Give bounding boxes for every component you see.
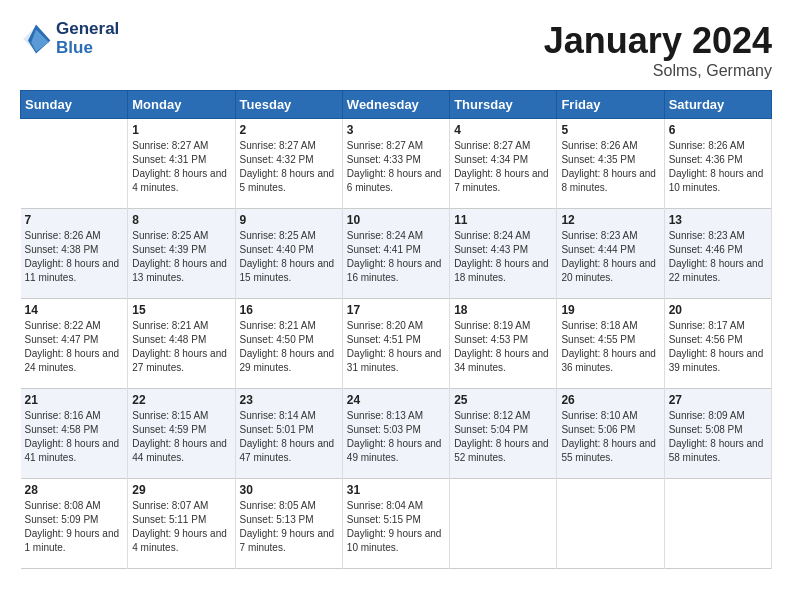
calendar-cell: 23Sunrise: 8:14 AMSunset: 5:01 PMDayligh…: [235, 389, 342, 479]
calendar-cell: 26Sunrise: 8:10 AMSunset: 5:06 PMDayligh…: [557, 389, 664, 479]
day-number: 23: [240, 393, 338, 407]
day-number: 29: [132, 483, 230, 497]
calendar-cell: 19Sunrise: 8:18 AMSunset: 4:55 PMDayligh…: [557, 299, 664, 389]
day-number: 27: [669, 393, 767, 407]
weekday-header: Tuesday: [235, 91, 342, 119]
day-number: 4: [454, 123, 552, 137]
day-number: 15: [132, 303, 230, 317]
day-info: Sunrise: 8:23 AMSunset: 4:46 PMDaylight:…: [669, 229, 767, 285]
day-number: 16: [240, 303, 338, 317]
day-info: Sunrise: 8:16 AMSunset: 4:58 PMDaylight:…: [25, 409, 124, 465]
logo: General Blue: [20, 20, 119, 57]
day-number: 30: [240, 483, 338, 497]
calendar-cell: [664, 479, 771, 569]
weekday-header: Thursday: [450, 91, 557, 119]
calendar-cell: 4Sunrise: 8:27 AMSunset: 4:34 PMDaylight…: [450, 119, 557, 209]
calendar-cell: 21Sunrise: 8:16 AMSunset: 4:58 PMDayligh…: [21, 389, 128, 479]
calendar-cell: 5Sunrise: 8:26 AMSunset: 4:35 PMDaylight…: [557, 119, 664, 209]
day-number: 9: [240, 213, 338, 227]
location-subtitle: Solms, Germany: [544, 62, 772, 80]
day-number: 6: [669, 123, 767, 137]
calendar-cell: 12Sunrise: 8:23 AMSunset: 4:44 PMDayligh…: [557, 209, 664, 299]
day-info: Sunrise: 8:07 AMSunset: 5:11 PMDaylight:…: [132, 499, 230, 555]
weekday-header: Friday: [557, 91, 664, 119]
day-info: Sunrise: 8:24 AMSunset: 4:43 PMDaylight:…: [454, 229, 552, 285]
day-info: Sunrise: 8:13 AMSunset: 5:03 PMDaylight:…: [347, 409, 445, 465]
calendar-cell: 7Sunrise: 8:26 AMSunset: 4:38 PMDaylight…: [21, 209, 128, 299]
day-info: Sunrise: 8:27 AMSunset: 4:31 PMDaylight:…: [132, 139, 230, 195]
weekday-header: Sunday: [21, 91, 128, 119]
calendar-cell: 18Sunrise: 8:19 AMSunset: 4:53 PMDayligh…: [450, 299, 557, 389]
day-number: 12: [561, 213, 659, 227]
day-info: Sunrise: 8:27 AMSunset: 4:34 PMDaylight:…: [454, 139, 552, 195]
day-info: Sunrise: 8:21 AMSunset: 4:48 PMDaylight:…: [132, 319, 230, 375]
title-area: January 2024 Solms, Germany: [544, 20, 772, 80]
day-number: 25: [454, 393, 552, 407]
day-info: Sunrise: 8:04 AMSunset: 5:15 PMDaylight:…: [347, 499, 445, 555]
day-info: Sunrise: 8:17 AMSunset: 4:56 PMDaylight:…: [669, 319, 767, 375]
calendar-cell: 30Sunrise: 8:05 AMSunset: 5:13 PMDayligh…: [235, 479, 342, 569]
calendar-cell: 8Sunrise: 8:25 AMSunset: 4:39 PMDaylight…: [128, 209, 235, 299]
page-header: General Blue January 2024 Solms, Germany: [20, 20, 772, 80]
day-number: 26: [561, 393, 659, 407]
calendar-cell: 28Sunrise: 8:08 AMSunset: 5:09 PMDayligh…: [21, 479, 128, 569]
calendar-cell: 13Sunrise: 8:23 AMSunset: 4:46 PMDayligh…: [664, 209, 771, 299]
day-number: 28: [25, 483, 124, 497]
calendar-header: SundayMondayTuesdayWednesdayThursdayFrid…: [21, 91, 772, 119]
calendar-cell: 22Sunrise: 8:15 AMSunset: 4:59 PMDayligh…: [128, 389, 235, 479]
day-number: 5: [561, 123, 659, 137]
calendar-cell: 2Sunrise: 8:27 AMSunset: 4:32 PMDaylight…: [235, 119, 342, 209]
day-number: 3: [347, 123, 445, 137]
day-info: Sunrise: 8:08 AMSunset: 5:09 PMDaylight:…: [25, 499, 124, 555]
day-info: Sunrise: 8:26 AMSunset: 4:35 PMDaylight:…: [561, 139, 659, 195]
calendar-cell: [21, 119, 128, 209]
day-number: 7: [25, 213, 124, 227]
day-info: Sunrise: 8:22 AMSunset: 4:47 PMDaylight:…: [25, 319, 124, 375]
day-number: 17: [347, 303, 445, 317]
day-info: Sunrise: 8:19 AMSunset: 4:53 PMDaylight:…: [454, 319, 552, 375]
calendar-cell: 11Sunrise: 8:24 AMSunset: 4:43 PMDayligh…: [450, 209, 557, 299]
month-title: January 2024: [544, 20, 772, 62]
day-info: Sunrise: 8:05 AMSunset: 5:13 PMDaylight:…: [240, 499, 338, 555]
calendar-cell: 29Sunrise: 8:07 AMSunset: 5:11 PMDayligh…: [128, 479, 235, 569]
day-number: 11: [454, 213, 552, 227]
day-number: 1: [132, 123, 230, 137]
day-info: Sunrise: 8:20 AMSunset: 4:51 PMDaylight:…: [347, 319, 445, 375]
weekday-header: Saturday: [664, 91, 771, 119]
day-info: Sunrise: 8:27 AMSunset: 4:33 PMDaylight:…: [347, 139, 445, 195]
day-number: 10: [347, 213, 445, 227]
calendar-cell: 25Sunrise: 8:12 AMSunset: 5:04 PMDayligh…: [450, 389, 557, 479]
weekday-header: Monday: [128, 91, 235, 119]
calendar-cell: 20Sunrise: 8:17 AMSunset: 4:56 PMDayligh…: [664, 299, 771, 389]
calendar-cell: [557, 479, 664, 569]
calendar-cell: 6Sunrise: 8:26 AMSunset: 4:36 PMDaylight…: [664, 119, 771, 209]
calendar-cell: 31Sunrise: 8:04 AMSunset: 5:15 PMDayligh…: [342, 479, 449, 569]
day-info: Sunrise: 8:26 AMSunset: 4:36 PMDaylight:…: [669, 139, 767, 195]
calendar-cell: 14Sunrise: 8:22 AMSunset: 4:47 PMDayligh…: [21, 299, 128, 389]
calendar-cell: 10Sunrise: 8:24 AMSunset: 4:41 PMDayligh…: [342, 209, 449, 299]
logo-text: General Blue: [56, 20, 119, 57]
day-number: 18: [454, 303, 552, 317]
day-info: Sunrise: 8:18 AMSunset: 4:55 PMDaylight:…: [561, 319, 659, 375]
calendar-cell: [450, 479, 557, 569]
logo-icon: [20, 23, 52, 55]
day-info: Sunrise: 8:10 AMSunset: 5:06 PMDaylight:…: [561, 409, 659, 465]
day-info: Sunrise: 8:26 AMSunset: 4:38 PMDaylight:…: [25, 229, 124, 285]
day-info: Sunrise: 8:27 AMSunset: 4:32 PMDaylight:…: [240, 139, 338, 195]
day-number: 22: [132, 393, 230, 407]
day-number: 21: [25, 393, 124, 407]
day-number: 31: [347, 483, 445, 497]
calendar-cell: 3Sunrise: 8:27 AMSunset: 4:33 PMDaylight…: [342, 119, 449, 209]
calendar-cell: 15Sunrise: 8:21 AMSunset: 4:48 PMDayligh…: [128, 299, 235, 389]
day-number: 20: [669, 303, 767, 317]
day-info: Sunrise: 8:09 AMSunset: 5:08 PMDaylight:…: [669, 409, 767, 465]
calendar-cell: 27Sunrise: 8:09 AMSunset: 5:08 PMDayligh…: [664, 389, 771, 479]
day-info: Sunrise: 8:14 AMSunset: 5:01 PMDaylight:…: [240, 409, 338, 465]
calendar-cell: 1Sunrise: 8:27 AMSunset: 4:31 PMDaylight…: [128, 119, 235, 209]
day-number: 8: [132, 213, 230, 227]
day-info: Sunrise: 8:23 AMSunset: 4:44 PMDaylight:…: [561, 229, 659, 285]
day-number: 2: [240, 123, 338, 137]
calendar-cell: 24Sunrise: 8:13 AMSunset: 5:03 PMDayligh…: [342, 389, 449, 479]
day-info: Sunrise: 8:25 AMSunset: 4:39 PMDaylight:…: [132, 229, 230, 285]
calendar-cell: 17Sunrise: 8:20 AMSunset: 4:51 PMDayligh…: [342, 299, 449, 389]
